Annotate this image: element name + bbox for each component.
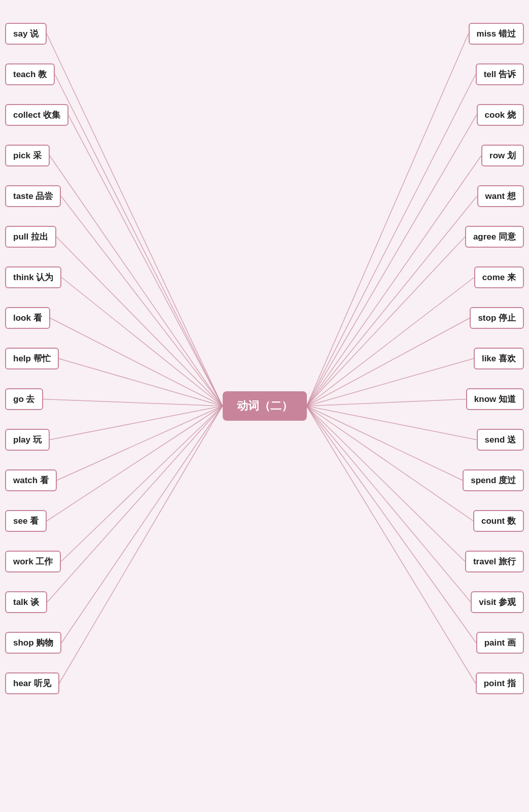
word-box-row: row 划 xyxy=(481,145,524,166)
word-box-count: count 数 xyxy=(473,510,524,532)
word-box-paint: paint 画 xyxy=(476,632,524,654)
word-box-think: think 认为 xyxy=(5,266,61,288)
word-box-tell: tell 告诉 xyxy=(476,63,524,85)
word-box-pull: pull 拉出 xyxy=(5,226,56,248)
svg-line-20 xyxy=(307,156,482,407)
svg-line-8 xyxy=(59,359,223,407)
word-box-talk: talk 谈 xyxy=(5,591,47,613)
word-box-like: like 喜欢 xyxy=(474,348,524,369)
svg-line-30 xyxy=(307,406,465,562)
svg-line-23 xyxy=(307,278,474,407)
word-box-teach: teach 教 xyxy=(5,63,55,85)
word-box-watch: watch 看 xyxy=(5,469,57,491)
svg-line-21 xyxy=(307,196,477,407)
svg-line-32 xyxy=(307,406,476,643)
word-box-cook: cook 烧 xyxy=(477,104,524,126)
svg-line-6 xyxy=(61,278,222,407)
center-node: 动词（二） xyxy=(223,391,307,421)
svg-line-26 xyxy=(307,399,466,407)
word-box-say: say 说 xyxy=(5,23,47,45)
svg-line-2 xyxy=(68,115,223,407)
svg-line-28 xyxy=(307,406,463,481)
word-box-play: play 玩 xyxy=(5,429,50,451)
svg-line-18 xyxy=(307,75,476,407)
svg-line-5 xyxy=(56,237,223,407)
svg-line-15 xyxy=(61,406,222,643)
word-box-go: go 去 xyxy=(5,388,43,410)
word-box-know: know 知道 xyxy=(466,388,524,410)
word-box-help: help 帮忙 xyxy=(5,348,59,369)
svg-line-31 xyxy=(307,406,471,602)
word-box-visit: visit 参观 xyxy=(471,591,524,613)
svg-line-4 xyxy=(61,196,222,407)
svg-line-27 xyxy=(307,406,477,440)
word-box-shop: shop 购物 xyxy=(5,632,61,654)
svg-line-33 xyxy=(307,406,476,684)
word-box-taste: taste 品尝 xyxy=(5,185,61,207)
word-box-spend: spend 度过 xyxy=(463,469,524,491)
word-box-point: point 指 xyxy=(476,672,524,694)
svg-line-9 xyxy=(43,399,223,407)
word-box-come: come 来 xyxy=(474,266,524,288)
svg-line-29 xyxy=(307,406,474,521)
svg-line-16 xyxy=(59,406,223,684)
svg-line-25 xyxy=(307,359,474,407)
word-box-miss: miss 错过 xyxy=(469,23,524,45)
word-box-agree: agree 同意 xyxy=(465,226,524,248)
svg-line-7 xyxy=(50,318,223,407)
word-box-travel: travel 旅行 xyxy=(465,551,524,572)
word-box-look: look 看 xyxy=(5,307,50,329)
svg-line-22 xyxy=(307,237,465,407)
svg-line-19 xyxy=(307,115,477,407)
svg-line-1 xyxy=(55,75,222,407)
svg-line-0 xyxy=(47,34,222,407)
svg-line-3 xyxy=(50,156,223,407)
word-box-want: want 想 xyxy=(477,185,524,207)
word-box-work: work 工作 xyxy=(5,551,61,572)
word-box-see: see 看 xyxy=(5,510,47,532)
word-box-pick: pick 采 xyxy=(5,145,50,166)
word-box-collect: collect 收集 xyxy=(5,104,68,126)
svg-line-24 xyxy=(307,318,470,407)
word-box-stop: stop 停止 xyxy=(470,307,524,329)
svg-line-13 xyxy=(61,406,222,562)
svg-line-17 xyxy=(307,34,469,407)
word-box-send: send 送 xyxy=(477,429,524,451)
word-box-hear: hear 听见 xyxy=(5,672,59,694)
